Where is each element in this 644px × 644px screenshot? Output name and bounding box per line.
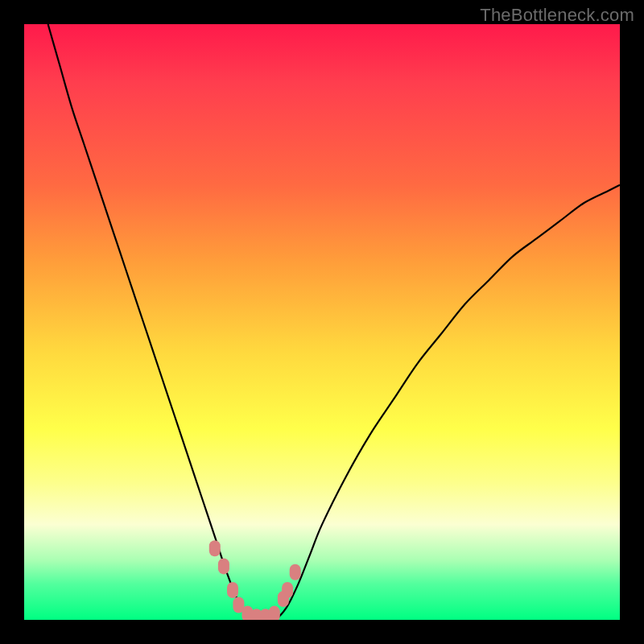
highlight-marker bbox=[227, 582, 238, 598]
watermark-text: TheBottleneck.com bbox=[480, 5, 634, 26]
highlight-marker bbox=[282, 582, 293, 598]
highlight-marker bbox=[209, 540, 221, 556]
highlight-marker bbox=[269, 606, 280, 620]
chart-frame: TheBottleneck.com bbox=[0, 0, 644, 644]
highlight-marker bbox=[290, 564, 301, 580]
plot-area bbox=[24, 24, 620, 620]
bottleneck-curve-path bbox=[48, 24, 620, 620]
curve-svg bbox=[24, 24, 620, 620]
highlight-marker bbox=[218, 558, 229, 574]
